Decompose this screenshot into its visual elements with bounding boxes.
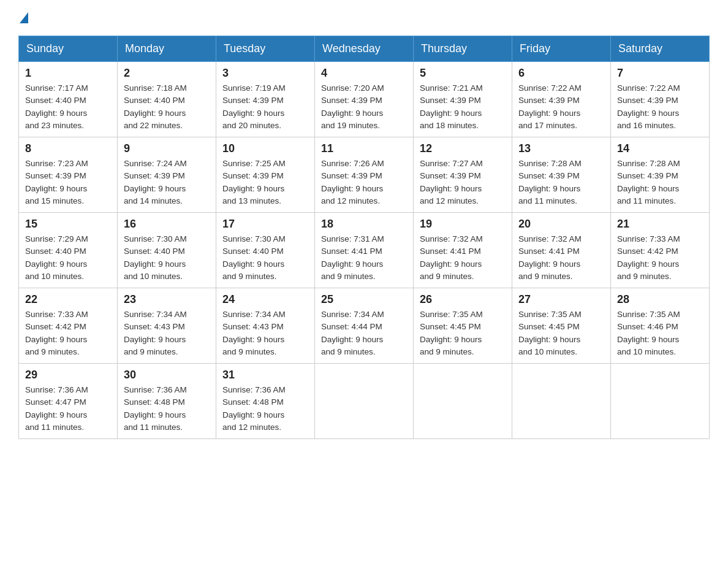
calendar-cell: 7Sunrise: 7:22 AMSunset: 4:39 PMDaylight…: [611, 62, 710, 137]
day-info: Sunrise: 7:34 AMSunset: 4:43 PMDaylight:…: [124, 308, 210, 358]
calendar-cell: 28Sunrise: 7:35 AMSunset: 4:46 PMDayligh…: [611, 288, 710, 364]
day-info: Sunrise: 7:35 AMSunset: 4:45 PMDaylight:…: [420, 308, 506, 358]
day-info: Sunrise: 7:36 AMSunset: 4:48 PMDaylight:…: [222, 384, 308, 434]
calendar-cell: 15Sunrise: 7:29 AMSunset: 4:40 PMDayligh…: [19, 213, 118, 288]
day-number: 7: [617, 67, 703, 80]
day-info: Sunrise: 7:26 AMSunset: 4:39 PMDaylight:…: [321, 158, 407, 207]
col-header-monday: Monday: [118, 36, 216, 62]
calendar-cell: 26Sunrise: 7:35 AMSunset: 4:45 PMDayligh…: [414, 288, 512, 364]
calendar-cell: 31Sunrise: 7:36 AMSunset: 4:48 PMDayligh…: [216, 364, 315, 439]
day-info: Sunrise: 7:19 AMSunset: 4:39 PMDaylight:…: [222, 82, 308, 132]
day-info: Sunrise: 7:36 AMSunset: 4:47 PMDaylight:…: [25, 384, 111, 434]
calendar-cell: 9Sunrise: 7:24 AMSunset: 4:39 PMDaylight…: [118, 137, 216, 213]
day-number: 18: [321, 218, 407, 231]
logo-triangle-icon: [20, 12, 28, 23]
week-row-1: 1Sunrise: 7:17 AMSunset: 4:40 PMDaylight…: [19, 62, 710, 137]
calendar-cell: 1Sunrise: 7:17 AMSunset: 4:40 PMDaylight…: [19, 62, 118, 137]
calendar-cell: 30Sunrise: 7:36 AMSunset: 4:48 PMDayligh…: [118, 364, 216, 439]
day-number: 2: [124, 67, 210, 80]
col-header-thursday: Thursday: [414, 36, 512, 62]
week-row-4: 22Sunrise: 7:33 AMSunset: 4:42 PMDayligh…: [19, 288, 710, 364]
col-header-friday: Friday: [512, 36, 611, 62]
day-number: 9: [124, 142, 210, 155]
week-row-5: 29Sunrise: 7:36 AMSunset: 4:47 PMDayligh…: [19, 364, 710, 439]
day-info: Sunrise: 7:21 AMSunset: 4:39 PMDaylight:…: [420, 82, 506, 132]
day-number: 28: [617, 293, 703, 306]
day-number: 1: [25, 67, 111, 80]
day-info: Sunrise: 7:17 AMSunset: 4:40 PMDaylight:…: [25, 82, 111, 132]
calendar-header-row: SundayMondayTuesdayWednesdayThursdayFrid…: [19, 36, 710, 62]
calendar-cell: 22Sunrise: 7:33 AMSunset: 4:42 PMDayligh…: [19, 288, 118, 364]
calendar-table: SundayMondayTuesdayWednesdayThursdayFrid…: [18, 36, 710, 439]
calendar-cell: 29Sunrise: 7:36 AMSunset: 4:47 PMDayligh…: [19, 364, 118, 439]
day-number: 29: [25, 369, 111, 381]
day-number: 15: [25, 218, 111, 231]
day-number: 26: [420, 293, 506, 306]
day-number: 13: [518, 142, 604, 155]
day-number: 23: [124, 293, 210, 306]
day-number: 17: [222, 218, 308, 231]
calendar-cell: [315, 364, 414, 439]
day-number: 3: [222, 67, 308, 80]
calendar-cell: 14Sunrise: 7:28 AMSunset: 4:39 PMDayligh…: [611, 137, 710, 213]
day-number: 24: [222, 293, 308, 306]
calendar-cell: 3Sunrise: 7:19 AMSunset: 4:39 PMDaylight…: [216, 62, 315, 137]
calendar-cell: [414, 364, 512, 439]
day-number: 8: [25, 142, 111, 155]
week-row-2: 8Sunrise: 7:23 AMSunset: 4:39 PMDaylight…: [19, 137, 710, 213]
col-header-wednesday: Wednesday: [315, 36, 414, 62]
day-number: 11: [321, 142, 407, 155]
day-info: Sunrise: 7:33 AMSunset: 4:42 PMDaylight:…: [25, 308, 111, 358]
day-info: Sunrise: 7:31 AMSunset: 4:41 PMDaylight:…: [321, 233, 407, 283]
calendar-cell: 5Sunrise: 7:21 AMSunset: 4:39 PMDaylight…: [414, 62, 512, 137]
day-number: 6: [518, 67, 604, 80]
day-info: Sunrise: 7:28 AMSunset: 4:39 PMDaylight:…: [617, 158, 703, 207]
day-info: Sunrise: 7:30 AMSunset: 4:40 PMDaylight:…: [124, 233, 210, 283]
calendar-cell: 2Sunrise: 7:18 AMSunset: 4:40 PMDaylight…: [118, 62, 216, 137]
day-info: Sunrise: 7:30 AMSunset: 4:40 PMDaylight:…: [222, 233, 308, 283]
calendar-cell: [611, 364, 710, 439]
calendar-cell: 17Sunrise: 7:30 AMSunset: 4:40 PMDayligh…: [216, 213, 315, 288]
page-header: [18, 12, 710, 23]
calendar-cell: 13Sunrise: 7:28 AMSunset: 4:39 PMDayligh…: [512, 137, 611, 213]
day-info: Sunrise: 7:32 AMSunset: 4:41 PMDaylight:…: [518, 233, 604, 283]
calendar-cell: 20Sunrise: 7:32 AMSunset: 4:41 PMDayligh…: [512, 213, 611, 288]
day-number: 31: [222, 369, 308, 381]
calendar-cell: 25Sunrise: 7:34 AMSunset: 4:44 PMDayligh…: [315, 288, 414, 364]
day-number: 4: [321, 67, 407, 80]
day-number: 25: [321, 293, 407, 306]
col-header-saturday: Saturday: [611, 36, 710, 62]
calendar-cell: 4Sunrise: 7:20 AMSunset: 4:39 PMDaylight…: [315, 62, 414, 137]
day-info: Sunrise: 7:36 AMSunset: 4:48 PMDaylight:…: [124, 384, 210, 434]
day-info: Sunrise: 7:29 AMSunset: 4:40 PMDaylight:…: [25, 233, 111, 283]
logo: [18, 12, 29, 23]
calendar-cell: 18Sunrise: 7:31 AMSunset: 4:41 PMDayligh…: [315, 213, 414, 288]
calendar-cell: 27Sunrise: 7:35 AMSunset: 4:45 PMDayligh…: [512, 288, 611, 364]
day-number: 21: [617, 218, 703, 231]
day-number: 27: [518, 293, 604, 306]
day-number: 14: [617, 142, 703, 155]
calendar-cell: 10Sunrise: 7:25 AMSunset: 4:39 PMDayligh…: [216, 137, 315, 213]
col-header-tuesday: Tuesday: [216, 36, 315, 62]
day-number: 22: [25, 293, 111, 306]
calendar-cell: 23Sunrise: 7:34 AMSunset: 4:43 PMDayligh…: [118, 288, 216, 364]
day-number: 16: [124, 218, 210, 231]
day-info: Sunrise: 7:34 AMSunset: 4:43 PMDaylight:…: [222, 308, 308, 358]
day-number: 5: [420, 67, 506, 80]
calendar-cell: 16Sunrise: 7:30 AMSunset: 4:40 PMDayligh…: [118, 213, 216, 288]
day-number: 19: [420, 218, 506, 231]
day-info: Sunrise: 7:23 AMSunset: 4:39 PMDaylight:…: [25, 158, 111, 207]
calendar-cell: [512, 364, 611, 439]
day-number: 10: [222, 142, 308, 155]
calendar-cell: 21Sunrise: 7:33 AMSunset: 4:42 PMDayligh…: [611, 213, 710, 288]
calendar-cell: 8Sunrise: 7:23 AMSunset: 4:39 PMDaylight…: [19, 137, 118, 213]
calendar-cell: 19Sunrise: 7:32 AMSunset: 4:41 PMDayligh…: [414, 213, 512, 288]
day-info: Sunrise: 7:34 AMSunset: 4:44 PMDaylight:…: [321, 308, 407, 358]
day-number: 12: [420, 142, 506, 155]
calendar-cell: 12Sunrise: 7:27 AMSunset: 4:39 PMDayligh…: [414, 137, 512, 213]
day-info: Sunrise: 7:35 AMSunset: 4:46 PMDaylight:…: [617, 308, 703, 358]
day-number: 20: [518, 218, 604, 231]
calendar-cell: 6Sunrise: 7:22 AMSunset: 4:39 PMDaylight…: [512, 62, 611, 137]
calendar-cell: 11Sunrise: 7:26 AMSunset: 4:39 PMDayligh…: [315, 137, 414, 213]
day-info: Sunrise: 7:28 AMSunset: 4:39 PMDaylight:…: [518, 158, 604, 207]
